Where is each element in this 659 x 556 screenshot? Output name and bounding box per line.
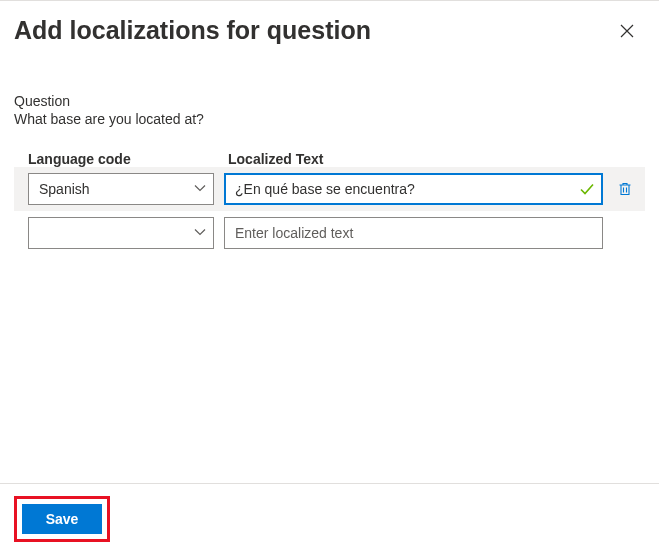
trash-icon (617, 181, 633, 197)
question-label: Question (14, 93, 645, 109)
close-icon (620, 24, 634, 38)
save-highlight-box: Save (14, 496, 110, 542)
column-header-language: Language code (28, 151, 222, 167)
localized-text-input[interactable] (224, 217, 603, 249)
localization-row (14, 211, 645, 255)
panel-header: Add localizations for question (0, 0, 659, 57)
panel-body: Question What base are you located at? L… (0, 57, 659, 483)
language-select-value: Spanish (28, 173, 214, 205)
save-button[interactable]: Save (22, 504, 102, 534)
panel-footer: Save (0, 483, 659, 556)
localization-row: Spanish (14, 167, 645, 211)
localized-text-input[interactable] (224, 173, 603, 205)
checkmark-icon (579, 181, 595, 197)
localized-text-wrap (224, 173, 603, 205)
language-select[interactable]: Spanish (28, 173, 214, 205)
delete-row-button[interactable] (613, 177, 637, 201)
panel-title: Add localizations for question (14, 15, 371, 45)
question-text: What base are you located at? (14, 111, 645, 127)
close-button[interactable] (613, 17, 641, 45)
localization-panel: Add localizations for question Question … (0, 0, 659, 556)
grid-header: Language code Localized Text (14, 151, 645, 167)
column-header-localized: Localized Text (222, 151, 645, 167)
localized-text-wrap (224, 217, 603, 249)
language-select-value (28, 217, 214, 249)
language-select[interactable] (28, 217, 214, 249)
